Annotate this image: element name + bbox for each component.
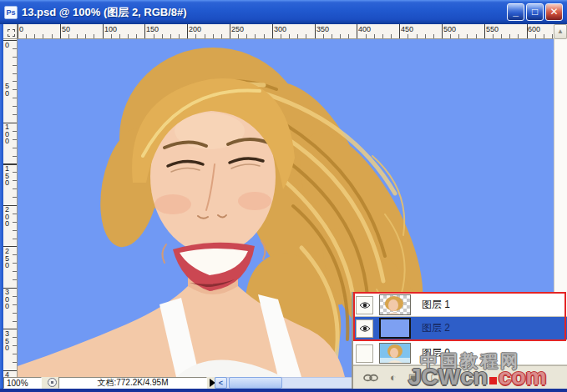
ruler-label: 450 — [401, 25, 413, 33]
minimize-icon: _ — [513, 6, 519, 18]
visibility-toggle-layer0-hidden[interactable] — [356, 344, 373, 363]
vertical-ruler: 0 50 100 150 200 250 300 350 400 — [3, 39, 18, 377]
ruler-label: 100 — [5, 123, 11, 145]
ruler-label: 50 — [5, 83, 11, 97]
window-bottom-border — [0, 389, 567, 392]
layer-style-icon[interactable]: ◐ — [390, 371, 397, 384]
minimize-button[interactable]: _ — [507, 3, 524, 21]
ruler-label: 600 — [528, 25, 540, 33]
photoshop-file-icon: Ps — [4, 6, 18, 19]
scroll-left-button[interactable]: < — [215, 377, 227, 389]
ruler-label: 200 — [189, 25, 201, 33]
eye-icon — [359, 324, 371, 333]
ruler-label: 300 — [274, 25, 286, 33]
ruler-label: 350 — [5, 330, 11, 352]
link-layers-icon[interactable] — [363, 374, 378, 382]
eye-icon — [359, 301, 371, 309]
ruler-label: 250 — [231, 25, 244, 33]
ruler-label: 350 — [316, 25, 329, 33]
ruler-label: 550 — [486, 25, 499, 33]
ruler-label: 150 — [5, 165, 11, 187]
layer-mask-icon[interactable]: ▣ — [408, 371, 418, 384]
layer-name[interactable]: 图层 1 — [422, 298, 450, 312]
ruler-origin-icon — [8, 29, 15, 37]
layer-thumbnail-layer2[interactable] — [379, 318, 411, 339]
ruler-label: 400 — [358, 25, 371, 33]
ruler-label: 50 — [62, 25, 70, 33]
status-timer-icon — [48, 378, 57, 387]
ruler-label: 300 — [5, 289, 11, 310]
maximize-icon: □ — [532, 6, 538, 18]
ruler-label: 100 — [104, 25, 117, 33]
layer-thumbnail-layer0[interactable] — [379, 343, 411, 364]
horizontal-ruler: 0 50 100 150 200 250 300 350 400 450 500… — [18, 24, 554, 39]
layer-row-2-selected[interactable]: 图层 2 — [353, 317, 567, 340]
scroll-up-icon: ▲ — [557, 28, 564, 35]
maximize-button[interactable]: □ — [526, 3, 544, 21]
layers-panel: 图层 1 图层 2 图层 0 ◐ ▣ — [352, 292, 567, 389]
close-icon: ✕ — [549, 6, 558, 18]
ruler-origin-box[interactable] — [3, 24, 18, 39]
horizontal-scrollbar-thumb[interactable] — [229, 377, 282, 389]
layer-name[interactable]: 图层 0 — [422, 346, 450, 360]
ruler-label: 500 — [443, 25, 456, 33]
ruler-label: 0 — [19, 25, 23, 33]
layer-thumbnail-layer1[interactable] — [379, 294, 411, 315]
title-bar[interactable]: Ps 13.psd @ 100% (图层 2, RGB/8#) _ □ ✕ — [0, 0, 567, 24]
ruler-label: 400 — [5, 371, 11, 377]
window-title: 13.psd @ 100% (图层 2, RGB/8#) — [22, 5, 505, 20]
ruler-label: 0 — [5, 42, 11, 49]
layer-row-0[interactable]: 图层 0 — [353, 342, 567, 365]
new-layer-icon[interactable]: ▢ — [430, 371, 440, 384]
ruler-label: 150 — [146, 25, 159, 33]
visibility-toggle-layer2[interactable] — [356, 319, 373, 338]
document-size-info: 文档:772.2K/4.95M — [58, 377, 207, 389]
zoom-level-input[interactable]: 100% — [3, 377, 42, 389]
layer-name[interactable]: 图层 2 — [422, 321, 450, 335]
close-button[interactable]: ✕ — [545, 3, 563, 21]
visibility-toggle-layer1[interactable] — [356, 296, 373, 314]
layers-panel-toolbar: ◐ ▣ ▢ — [353, 365, 567, 389]
scroll-up-button[interactable]: ▲ — [554, 24, 567, 39]
scroll-left-icon: < — [219, 379, 223, 387]
layer-row-1[interactable]: 图层 1 — [353, 294, 567, 317]
ruler-label: 200 — [5, 206, 11, 228]
ruler-label: 250 — [5, 248, 11, 269]
